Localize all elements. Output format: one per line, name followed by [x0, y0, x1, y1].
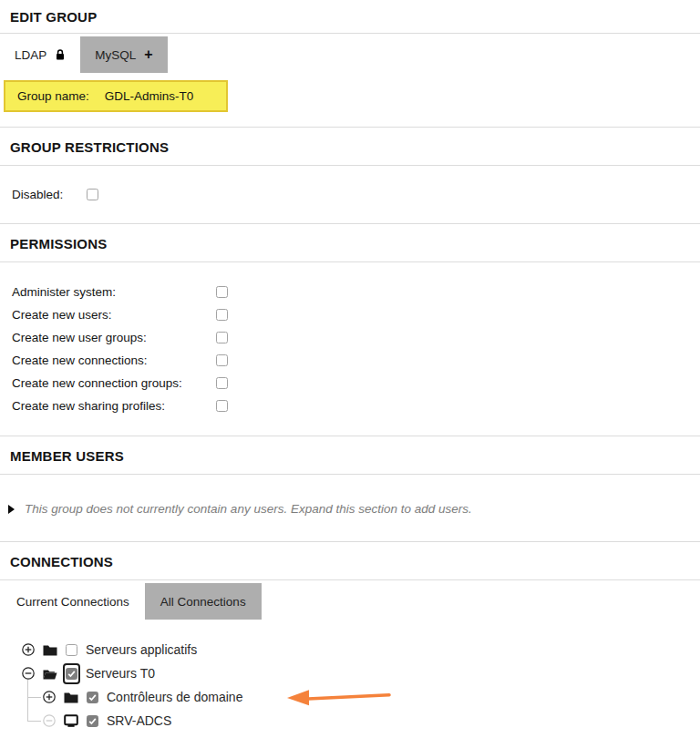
create-sharing-profiles-checkbox[interactable]: [216, 400, 228, 412]
tree-node-label[interactable]: SRV-ADCS: [107, 713, 171, 728]
tree-row-serveurs-applicatifs: Serveurs applicatifs: [22, 638, 700, 661]
tab-all-connections-label: All Connections: [160, 595, 246, 609]
check-icon: [88, 716, 98, 726]
connections-tab-bar: Current Connections All Connections: [0, 583, 700, 620]
tab-all-connections[interactable]: All Connections: [145, 583, 262, 620]
group-restrictions-body: Disabled:: [0, 188, 700, 201]
serveurs-applicatifs-checkbox[interactable]: [66, 644, 77, 656]
create-user-groups-checkbox[interactable]: [216, 332, 228, 343]
expand-icon[interactable]: [22, 643, 35, 656]
permissions-body: Administer system: Create new users: Cre…: [0, 281, 700, 417]
collapse-icon-disabled: [43, 714, 56, 727]
check-icon: [67, 669, 77, 679]
field-create-connections: Create new connections:: [0, 349, 700, 372]
plus-icon: +: [144, 46, 152, 63]
tree-node-label[interactable]: Serveurs T0: [86, 666, 155, 681]
field-disabled-label: Disabled:: [12, 188, 87, 201]
tab-current-connections-label: Current Connections: [16, 595, 129, 609]
controleurs-de-domaine-checkbox[interactable]: [87, 692, 98, 703]
field-label: Create new connections:: [12, 354, 216, 367]
field-create-users: Create new users:: [0, 303, 700, 326]
field-label: Create new connection groups:: [12, 376, 216, 390]
monitor-icon: [64, 714, 78, 727]
tab-mysql-label: MySQL: [95, 48, 136, 62]
section-connections: CONNECTIONS: [0, 541, 700, 580]
expand-section-icon[interactable]: [8, 505, 15, 514]
member-users-empty-row: This group does not currently contain an…: [0, 475, 700, 541]
tab-current-connections[interactable]: Current Connections: [1, 583, 145, 620]
check-icon: [88, 692, 98, 702]
tab-mysql[interactable]: MySQL +: [80, 36, 167, 73]
tree-row-srv-adcs: SRV-ADCS: [43, 709, 700, 733]
data-source-tab-bar: LDAP MySQL +: [0, 36, 700, 73]
create-connection-groups-checkbox[interactable]: [216, 377, 228, 389]
page-title: EDIT GROUP: [0, 0, 700, 34]
tab-ldap-label: LDAP: [15, 48, 46, 62]
tree-connector-stub: [27, 697, 41, 698]
group-name-label: Group name:: [17, 89, 89, 103]
field-create-sharing-profiles: Create new sharing profiles:: [0, 395, 700, 417]
tree-node-label[interactable]: Contrôleurs de domaine: [107, 690, 242, 704]
field-create-connection-groups: Create new connection groups:: [0, 372, 700, 395]
section-permissions: PERMISSIONS: [0, 223, 700, 262]
field-label: Administer system:: [12, 285, 216, 299]
tree-connector-stub: [27, 721, 41, 722]
lock-icon: [55, 48, 66, 61]
folder-closed-icon: [64, 692, 78, 703]
folder-closed-icon: [43, 644, 57, 656]
create-users-checkbox[interactable]: [216, 309, 228, 321]
srv-adcs-checkbox[interactable]: [87, 715, 98, 727]
field-label: Create new user groups:: [12, 331, 216, 344]
field-administer-system: Administer system:: [0, 281, 700, 303]
section-member-users: MEMBER USERS: [0, 436, 700, 475]
focused-checkbox-ring: [63, 663, 80, 684]
section-group-restrictions: GROUP RESTRICTIONS: [0, 127, 700, 166]
serveurs-t0-checkbox[interactable]: [66, 668, 77, 680]
tab-ldap[interactable]: LDAP: [0, 36, 80, 73]
group-name-value: GDL-Admins-T0: [105, 89, 194, 103]
tree-connector-line: [27, 680, 28, 721]
connection-tree: Serveurs applicatifs Serveurs T0: [22, 638, 700, 733]
tree-node-label[interactable]: Serveurs applicatifs: [86, 642, 197, 657]
field-disabled: Disabled:: [0, 188, 700, 201]
disabled-checkbox[interactable]: [87, 189, 98, 200]
group-name-highlight: Group name: GDL-Admins-T0: [4, 80, 228, 112]
folder-open-icon: [43, 668, 57, 680]
create-connections-checkbox[interactable]: [216, 354, 228, 366]
expand-icon[interactable]: [43, 691, 56, 703]
annotation-arrow-icon: [287, 689, 393, 706]
tree-row-serveurs-t0: Serveurs T0: [22, 661, 700, 685]
administer-system-checkbox[interactable]: [216, 286, 228, 298]
field-label: Create new users:: [12, 308, 216, 322]
collapse-icon[interactable]: [22, 667, 35, 680]
member-users-empty-message: This group does not currently contain an…: [25, 502, 472, 516]
field-label: Create new sharing profiles:: [12, 399, 216, 413]
field-create-user-groups: Create new user groups:: [0, 326, 700, 349]
